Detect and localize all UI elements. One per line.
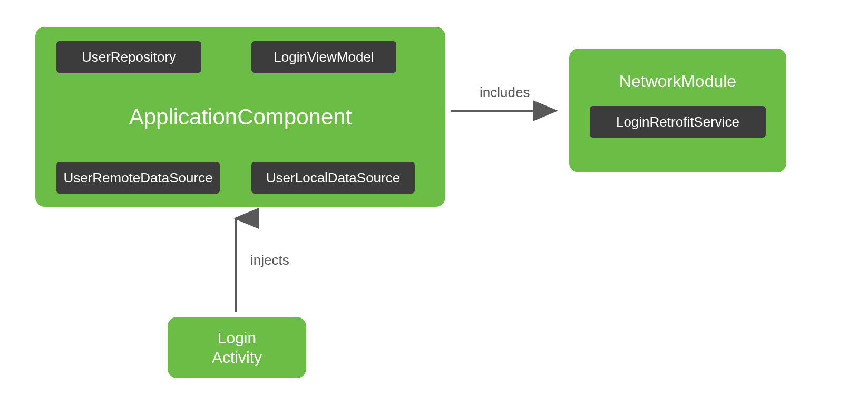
injects-label: injects — [250, 252, 289, 268]
user-remote-datasource-label: UserRemoteDataSource — [63, 170, 212, 186]
injects-arrow-icon — [228, 212, 243, 313]
network-module-title: NetworkModule — [619, 72, 736, 91]
login-activity-box: Login Activity — [168, 317, 306, 378]
login-activity-label: Login Activity — [212, 328, 262, 368]
login-viewmodel-label: LoginViewModel — [274, 49, 374, 65]
application-component-title: ApplicationComponent — [129, 104, 352, 130]
user-repository-box: UserRepository — [56, 41, 201, 73]
includes-arrow-icon — [451, 103, 564, 119]
includes-label: includes — [480, 84, 530, 101]
user-remote-datasource-box: UserRemoteDataSource — [56, 162, 220, 194]
login-activity-label-line1: Login — [212, 328, 262, 348]
user-local-datasource-label: UserLocalDataSource — [266, 170, 400, 186]
user-repository-label: UserRepository — [82, 49, 176, 65]
login-retrofit-service-label: LoginRetrofitService — [616, 114, 739, 130]
user-local-datasource-box: UserLocalDataSource — [251, 162, 415, 194]
network-module-box: NetworkModule LoginRetrofitService — [569, 49, 786, 172]
login-viewmodel-box: LoginViewModel — [251, 41, 396, 73]
login-activity-label-line2: Activity — [212, 348, 262, 368]
login-retrofit-service-box: LoginRetrofitService — [590, 106, 766, 138]
